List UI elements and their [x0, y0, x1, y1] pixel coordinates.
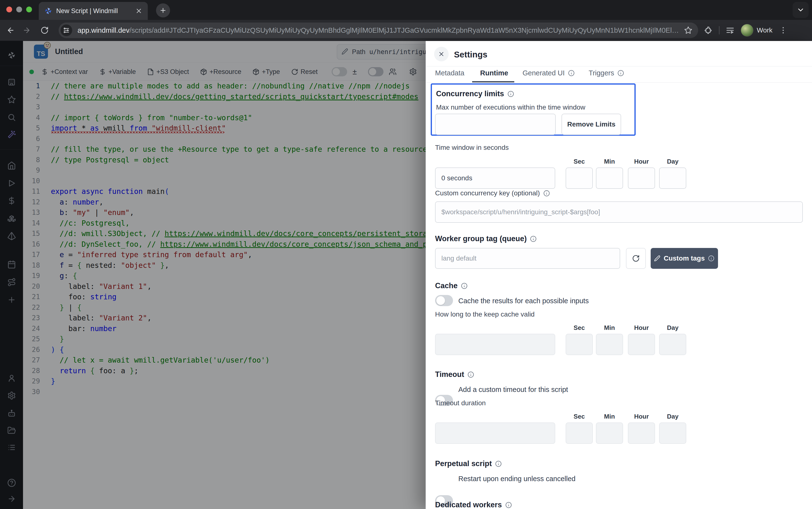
window-controls	[6, 6, 32, 12]
concurrency-key-label: Custom concurrency key (optional)	[435, 189, 550, 197]
profile-name: Work	[757, 26, 773, 34]
cache-sec-input	[566, 334, 593, 355]
timeout-day-input	[659, 422, 686, 444]
time-window-day-input[interactable]	[659, 168, 686, 189]
timeout-min-input	[596, 422, 623, 444]
tab-title: New Script | Windmill	[56, 7, 131, 15]
max-executions-label: Max number of executions within the time…	[436, 103, 585, 111]
cache-heading: Cache	[435, 281, 468, 290]
time-window-min-input[interactable]	[596, 168, 623, 189]
cache-day-input	[659, 334, 686, 355]
info-icon	[568, 70, 575, 76]
tab-metadata[interactable]: Metadata	[435, 69, 465, 77]
timeout-duration-input	[435, 422, 555, 444]
app-window: TS Untitled Path u/henri/intrigu +Contex…	[0, 41, 812, 509]
close-icon	[438, 50, 445, 58]
url-text: app.windmill.dev/scripts/add#JTdCJTIyaGF…	[77, 26, 684, 34]
pencil-icon	[654, 255, 660, 262]
screen: New Script | Windmill app.windmill.dev/s…	[0, 0, 812, 509]
info-icon	[508, 91, 514, 97]
refresh-tags-button[interactable]	[626, 248, 646, 269]
cache-duration-label: How long to the keep cache valid	[435, 310, 534, 318]
close-window-button[interactable]	[6, 6, 12, 12]
tab-runtime[interactable]: Runtime	[480, 69, 508, 77]
concurrency-key-input[interactable]	[435, 201, 803, 223]
refresh-icon	[632, 254, 640, 262]
reading-list-icon[interactable]	[726, 26, 735, 35]
cache-toggle[interactable]	[435, 295, 453, 306]
close-settings-button[interactable]	[434, 47, 449, 61]
info-icon	[468, 371, 474, 378]
tab-triggers[interactable]: Triggers	[589, 69, 624, 77]
custom-tags-button[interactable]: Custom tags	[651, 248, 718, 269]
browser-menu-icon[interactable]	[779, 26, 787, 35]
chrome-actions: Work	[704, 24, 787, 37]
unit-label-day: Day	[659, 158, 686, 165]
profile-avatar[interactable]	[741, 24, 753, 37]
cache-hour-input	[628, 334, 655, 355]
unit-label-hour: Hour	[628, 324, 655, 332]
toolbar-divider	[719, 26, 719, 34]
url-host: app.windmill.dev	[77, 26, 130, 34]
tab-bar: New Script | Windmill	[0, 0, 812, 20]
info-icon	[505, 502, 512, 508]
timeout-heading: Timeout	[435, 370, 474, 379]
unit-label-day: Day	[659, 413, 686, 420]
browser-toolbar: app.windmill.dev/scripts/add#JTdCJTIyaGF…	[0, 20, 812, 41]
worker-group-input[interactable]	[435, 248, 620, 269]
bookmark-star-icon[interactable]	[684, 26, 692, 34]
worker-group-heading: Worker group tag (queue)	[435, 234, 537, 243]
unit-label-sec: Sec	[566, 158, 593, 165]
address-bar[interactable]: app.windmill.dev/scripts/add#JTdCJTIyaGF…	[59, 23, 698, 38]
unit-label-min: Min	[596, 324, 623, 332]
info-icon	[618, 70, 624, 76]
time-window-input[interactable]	[435, 168, 555, 189]
remove-limits-button[interactable]: Remove Limits	[561, 114, 621, 135]
unit-label-day: Day	[659, 324, 686, 332]
divider	[426, 82, 812, 83]
tab-generated-ui[interactable]: Generated UI	[522, 69, 575, 77]
unit-label-min: Min	[596, 158, 623, 165]
time-window-hour-input[interactable]	[628, 168, 655, 189]
cache-min-input	[596, 334, 623, 355]
extensions-icon[interactable]	[704, 26, 713, 35]
info-icon	[461, 283, 468, 289]
dedicated-workers-heading: Dedicated workers	[435, 501, 512, 509]
reload-button[interactable]	[39, 25, 50, 36]
unit-label-sec: Sec	[566, 413, 593, 420]
time-window-sec-input[interactable]	[566, 168, 593, 189]
time-window-label: Time window in seconds	[435, 144, 509, 151]
unit-label-min: Min	[596, 413, 623, 420]
unit-label-sec: Sec	[566, 324, 593, 332]
perpetual-script-heading: Perpetual script	[435, 459, 502, 468]
settings-title: Settings	[454, 50, 487, 59]
timeout-sec-input	[566, 422, 593, 444]
back-button[interactable]	[5, 25, 16, 36]
cache-duration-input	[435, 334, 555, 355]
unit-label-hour: Hour	[628, 158, 655, 165]
settings-panel: Settings Metadata Runtime Generated UI T…	[426, 41, 812, 509]
url-path: /scripts/add#JTdCJTIyaGFzaCUyMiUzQSUyMiU…	[130, 26, 679, 34]
concurrency-limits-heading: Concurrency limits	[436, 90, 514, 98]
timeout-toggle-label: Add a custom timeout for this script	[458, 386, 568, 394]
info-icon	[530, 236, 537, 242]
timeout-duration-label: Timeout duration	[435, 399, 486, 407]
minimize-window-button[interactable]	[16, 6, 22, 12]
cache-toggle-label: Cache the results for each possible inpu…	[458, 297, 589, 305]
perpetual-toggle-label: Restart upon ending unless cancelled	[458, 475, 576, 483]
windmill-favicon	[44, 7, 52, 15]
browser-tab[interactable]: New Script | Windmill	[39, 2, 148, 20]
info-icon	[543, 190, 550, 197]
info-icon	[708, 255, 714, 262]
forward-button[interactable]	[21, 25, 32, 36]
info-icon	[495, 461, 502, 467]
close-tab-icon[interactable]	[135, 7, 142, 14]
tab-search-button[interactable]	[792, 2, 809, 18]
new-tab-button[interactable]	[156, 3, 170, 18]
site-settings-icon[interactable]	[61, 25, 72, 36]
unit-label-hour: Hour	[628, 413, 655, 420]
zoom-window-button[interactable]	[26, 6, 32, 12]
timeout-hour-input	[628, 422, 655, 444]
max-executions-input[interactable]	[435, 114, 556, 135]
browser-chrome: New Script | Windmill app.windmill.dev/s…	[0, 0, 812, 41]
